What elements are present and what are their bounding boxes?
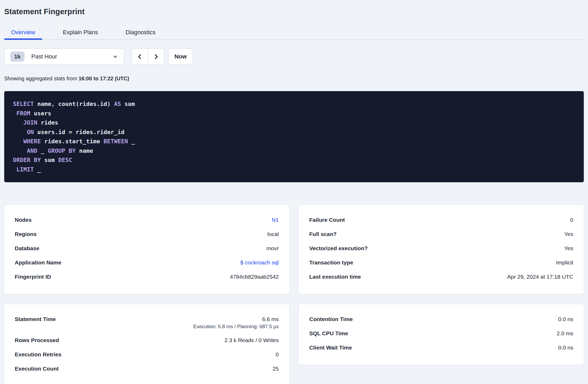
nodes-link[interactable]: N1 (272, 217, 279, 223)
contention-time-value: 0.0 ns (558, 315, 573, 323)
nodes-label: Nodes (15, 216, 32, 224)
tab-explain-plans[interactable]: Explain Plans (56, 27, 105, 39)
sql-line: AND _ GROUP BY name (13, 146, 575, 156)
tab-overview[interactable]: Overview (4, 27, 42, 39)
next-time-button[interactable] (148, 49, 164, 65)
execution-count-label: Execution Count (15, 365, 59, 373)
statement-timing-card: Statement Time 6.6 ms Execution: 5.8 ms … (4, 304, 289, 384)
row-sql-cpu-time: SQL CPU Time 2.0 ms (309, 329, 573, 337)
summary-cards: Nodes N1 Regions local Database movr App… (4, 205, 584, 384)
row-last-execution-time: Last execution time Apr 29, 2024 at 17:1… (309, 273, 573, 281)
row-client-wait-time: Client Wait Time 0.0 ns (309, 344, 573, 352)
prev-time-button[interactable] (132, 49, 148, 65)
regions-value: local (267, 230, 279, 238)
last-execution-time-label: Last execution time (309, 273, 361, 281)
chevron-left-icon (137, 53, 143, 60)
statement-details-card: Nodes N1 Regions local Database movr App… (4, 205, 289, 294)
row-database: Database movr (15, 244, 279, 252)
execution-retries-label: Execution Retries (15, 351, 61, 358)
sql-cpu-time-value: 2.0 ms (557, 329, 573, 337)
rows-processed-value: 2.3 k Reads / 0 Writes (225, 336, 279, 344)
statement-time-label: Statement Time (15, 315, 56, 323)
sql-line: SELECT name, count(rides.id) AS sum (13, 99, 575, 109)
execution-retries-value: 0 (276, 351, 279, 358)
time-range-dropdown[interactable]: 1h Past Hour (4, 48, 124, 65)
transaction-type-value: Implicit (556, 259, 573, 267)
wait-time-card: Contention Time 0.0 ns SQL CPU Time 2.0 … (299, 304, 584, 365)
now-button[interactable]: Now (168, 48, 193, 65)
contention-time-label: Contention Time (309, 315, 353, 323)
chevron-down-icon (112, 54, 118, 60)
row-regions: Regions local (15, 230, 279, 238)
stats-summary-prefix: Showing aggregated stats from (4, 76, 78, 81)
row-nodes: Nodes N1 (15, 216, 279, 224)
statement-time-breakdown: Execution: 5.8 ms / Planning: 687.5 µs (193, 323, 279, 330)
regions-label: Regions (15, 230, 37, 238)
aggregated-stats-summary: Showing aggregated stats from 16:00 to 1… (4, 75, 584, 82)
sql-line: ORDER BY sum DESC (13, 155, 575, 165)
tab-bar: Overview Explain Plans Diagnostics (4, 27, 584, 40)
full-scan-value: Yes (564, 230, 573, 238)
rows-processed-label: Rows Processed (15, 336, 59, 344)
row-contention-time: Contention Time 0.0 ns (309, 315, 573, 323)
application-name-link[interactable]: $ cockroach sql (240, 259, 279, 265)
row-statement-time: Statement Time 6.6 ms Execution: 5.8 ms … (15, 315, 279, 330)
statement-fingerprint-page: Statement Fingerprint Overview Explain P… (0, 0, 588, 384)
sql-line: WHERE rides.start_time BETWEEN _ (13, 137, 575, 146)
transaction-type-label: Transaction type (309, 259, 353, 267)
statement-time-value: 6.6 ms (262, 315, 279, 323)
page-title: Statement Fingerprint (4, 7, 584, 16)
row-vectorized-execution: Vectorized execution? Yes (309, 244, 573, 252)
fingerprint-id-label: Fingerprint ID (15, 273, 51, 281)
sql-cpu-time-label: SQL CPU Time (309, 329, 348, 337)
row-full-scan: Full scan? Yes (309, 230, 573, 238)
vectorized-execution-label: Vectorized execution? (309, 244, 368, 252)
sql-line: LIMIT _ (13, 165, 575, 174)
row-rows-processed: Rows Processed 2.3 k Reads / 0 Writes (15, 336, 279, 344)
time-controls: 1h Past Hour Now (4, 48, 584, 65)
fingerprint-id-value: 4784cb829aab2542 (230, 273, 279, 281)
row-transaction-type: Transaction type Implicit (309, 259, 573, 267)
failure-count-label: Failure Count (309, 216, 345, 224)
sql-statement-box: SELECT name, count(rides.id) AS sum FROM… (4, 91, 584, 182)
row-fingerprint-id: Fingerprint ID 4784cb829aab2542 (15, 273, 279, 281)
row-execution-retries: Execution Retries 0 (15, 351, 279, 358)
row-execution-count: Execution Count 25 (15, 365, 279, 373)
execution-attributes-card: Failure Count 0 Full scan? Yes Vectorize… (299, 205, 584, 294)
chevron-right-icon (153, 53, 159, 60)
stats-summary-range: 16:00 to 17:22 (UTC) (78, 76, 129, 81)
row-application-name: Application Name $ cockroach sql (15, 259, 279, 267)
client-wait-time-label: Client Wait Time (309, 344, 352, 352)
tab-diagnostics[interactable]: Diagnostics (119, 27, 162, 39)
database-label: Database (15, 244, 39, 252)
client-wait-time-value: 0.0 ns (558, 344, 573, 352)
sql-code: SELECT name, count(rides.id) AS sum FROM… (13, 99, 575, 174)
full-scan-label: Full scan? (309, 230, 337, 238)
sql-line: ON users.id = rides.rider_id (13, 127, 575, 137)
database-value: movr (266, 244, 279, 252)
row-failure-count: Failure Count 0 (309, 216, 573, 224)
time-range-label: Past Hour (31, 53, 57, 60)
time-range-badge: 1h (10, 52, 24, 62)
time-nav-group (132, 48, 164, 65)
application-name-label: Application Name (15, 259, 61, 267)
last-execution-time-value: Apr 29, 2024 at 17:18 UTC (507, 273, 573, 281)
sql-line: JOIN rides (13, 118, 575, 127)
failure-count-value: 0 (570, 216, 573, 224)
vectorized-execution-value: Yes (564, 244, 573, 252)
execution-count-value: 25 (273, 365, 279, 373)
sql-line: FROM users (13, 109, 575, 118)
